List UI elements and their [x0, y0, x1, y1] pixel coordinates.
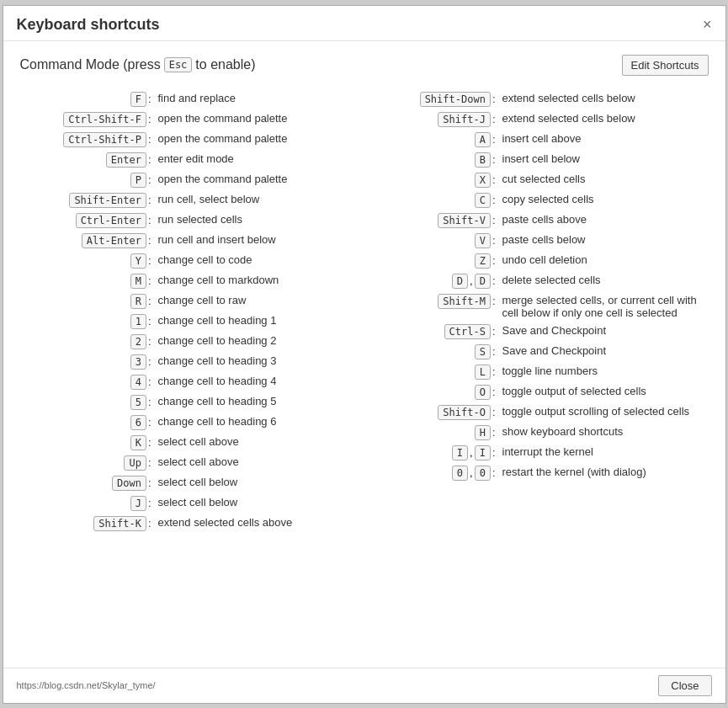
shortcut-row: Ctrl-Shift-P:open the command palette	[20, 130, 364, 150]
shortcut-desc: extend selected cells below	[502, 112, 705, 125]
shortcut-row: Ctrl-Enter:run selected cells	[20, 210, 364, 231]
shortcut-row: O:toggle output of selected cells	[364, 382, 709, 402]
footer-link: https://blog.csdn.net/Skylar_tyme/	[17, 680, 156, 690]
colon-separator: :	[148, 315, 151, 327]
colon-separator: :	[148, 476, 151, 489]
key-badge: Ctrl-Shift-P	[63, 132, 146, 147]
shortcut-desc: extend selected cells below	[502, 92, 705, 104]
shortcut-key-area: 3:	[24, 354, 158, 370]
modal-title: Keyboard shortcuts	[17, 16, 160, 34]
shortcut-row: 4:change cell to heading 4	[20, 372, 364, 392]
shortcut-key-area: L:	[368, 365, 502, 380]
shortcut-desc: paste cells above	[502, 213, 705, 226]
modal-footer: https://blog.csdn.net/Skylar_tyme/ Close	[3, 668, 725, 703]
shortcut-desc: copy selected cells	[502, 193, 705, 205]
key-separator: ,	[470, 274, 473, 287]
shortcut-desc: delete selected cells	[502, 274, 705, 286]
colon-separator: :	[148, 113, 151, 125]
shortcut-desc: run selected cells	[158, 213, 361, 226]
right-column: Shift-Down:extend selected cells belowSh…	[364, 89, 709, 534]
shortcut-row: 5:change cell to heading 5	[20, 392, 364, 413]
shortcut-desc: undo cell deletion	[502, 253, 705, 266]
shortcut-row: Shift-O:toggle output scrolling of selec…	[364, 402, 709, 423]
shortcut-row: 6:change cell to heading 6	[20, 413, 364, 433]
colon-separator: :	[492, 365, 496, 378]
colon-separator: :	[148, 214, 151, 226]
colon-separator: :	[492, 113, 496, 125]
shortcut-desc: open the command palette	[158, 132, 361, 145]
modal: Keyboard shortcuts × Command Mode (press…	[3, 5, 726, 704]
shortcut-key-area: S:	[368, 344, 502, 359]
shortcut-key-area: H:	[368, 425, 502, 440]
shortcut-desc: open the command palette	[158, 173, 361, 185]
colon-separator: :	[492, 153, 496, 166]
key-badge: 6	[130, 415, 146, 430]
shortcut-row: Enter:enter edit mode	[20, 150, 364, 170]
colon-separator: :	[148, 375, 151, 388]
key-badge: 3	[130, 354, 146, 370]
key-badge: L	[475, 365, 491, 380]
colon-separator: :	[148, 173, 151, 186]
shortcut-key-area: 0, 0:	[368, 466, 502, 481]
shortcut-row: H:show keyboard shortcuts	[364, 423, 709, 443]
shortcut-desc: interrupt the kernel	[502, 445, 705, 458]
key-badge: M	[130, 274, 146, 289]
shortcut-desc: extend selected cells above	[158, 516, 361, 529]
colon-separator: :	[492, 325, 496, 338]
key-badge: Enter	[106, 152, 146, 168]
key-badge: 0	[475, 466, 491, 481]
shortcut-key-area: O:	[368, 385, 502, 400]
key-badge: Y	[130, 253, 146, 269]
shortcuts-grid: F:find and replaceCtrl-Shift-F:open the …	[20, 89, 709, 534]
shortcut-key-area: Shift-V:	[368, 213, 502, 228]
key-badge: J	[130, 496, 146, 511]
shortcut-desc: cut selected cells	[502, 173, 705, 185]
shortcut-row: Z:undo cell deletion	[364, 251, 709, 271]
shortcut-row: D, D:delete selected cells	[364, 271, 709, 291]
shortcut-row: 1:change cell to heading 1	[20, 311, 364, 332]
key-badge: C	[475, 193, 491, 208]
colon-separator: :	[492, 345, 496, 358]
modal-close-x-button[interactable]: ×	[703, 17, 712, 32]
key-badge: Shift-M	[438, 294, 491, 309]
key-badge: Shift-V	[438, 213, 491, 228]
edit-shortcuts-button[interactable]: Edit Shortcuts	[622, 55, 709, 76]
shortcut-desc: toggle line numbers	[502, 365, 705, 377]
shortcut-desc: change cell to heading 1	[158, 314, 361, 327]
key-badge: O	[475, 385, 491, 400]
shortcut-key-area: K:	[24, 435, 158, 450]
colon-separator: :	[492, 426, 496, 439]
shortcut-key-area: Shift-K:	[24, 516, 158, 531]
shortcut-desc: paste cells below	[502, 233, 705, 246]
shortcut-desc: find and replace	[158, 92, 361, 104]
key-separator: ,	[470, 466, 473, 479]
shortcut-desc: change cell to heading 4	[158, 375, 361, 387]
shortcut-desc: change cell to heading 2	[158, 334, 361, 347]
shortcut-key-area: D, D:	[368, 274, 502, 289]
shortcut-key-area: Y:	[24, 253, 158, 269]
colon-separator: :	[148, 517, 151, 530]
shortcut-desc: change cell to code	[158, 253, 361, 266]
shortcut-desc: select cell below	[158, 476, 361, 488]
shortcut-desc: run cell, select below	[158, 193, 361, 205]
key-badge: 4	[130, 375, 146, 390]
shortcut-row: A:insert cell above	[364, 130, 709, 150]
key-badge: R	[130, 294, 146, 309]
colon-separator: :	[492, 173, 496, 186]
key-badge: I	[475, 445, 491, 460]
shortcut-desc: select cell above	[158, 455, 361, 468]
key-badge: X	[475, 173, 491, 188]
shortcut-row: Y:change cell to code	[20, 251, 364, 271]
shortcut-key-area: Ctrl-S:	[368, 324, 502, 339]
shortcut-row: Ctrl-Shift-F:open the command palette	[20, 109, 364, 130]
shortcut-row: C:copy selected cells	[364, 190, 709, 210]
shortcut-key-area: Ctrl-Shift-F:	[24, 112, 158, 127]
shortcut-row: Ctrl-S:Save and Checkpoint	[364, 322, 709, 342]
colon-separator: :	[492, 386, 496, 398]
shortcut-key-area: 5:	[24, 395, 158, 410]
close-button[interactable]: Close	[658, 675, 711, 696]
shortcut-key-area: A:	[368, 132, 502, 147]
shortcut-key-area: Alt-Enter:	[24, 233, 158, 248]
shortcut-row: F:find and replace	[20, 89, 364, 109]
key-badge: Shift-Enter	[69, 193, 146, 208]
